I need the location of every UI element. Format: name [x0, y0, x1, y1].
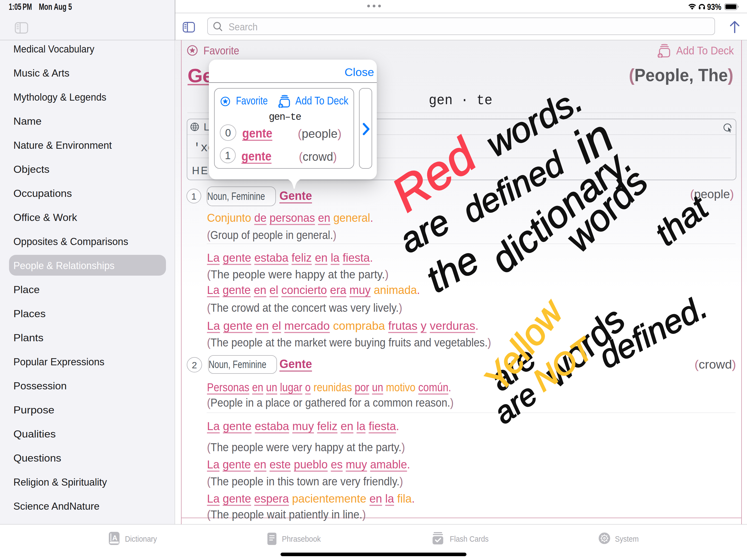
- svg-text:words.: words.: [480, 80, 589, 164]
- svg-text:that: that: [648, 188, 716, 253]
- svg-text:A: A: [112, 534, 118, 542]
